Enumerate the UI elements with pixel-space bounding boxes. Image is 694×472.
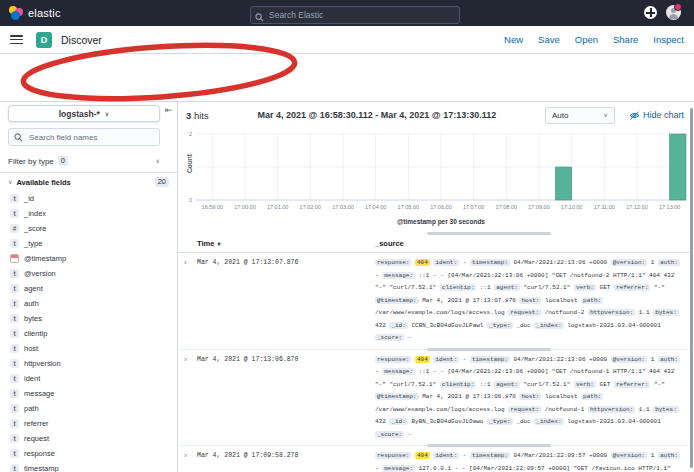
field-item-response[interactable]: tresponse: [0, 446, 177, 461]
source-field-badge: auth:: [658, 452, 680, 459]
field-name: message: [24, 389, 54, 398]
field-item-auth[interactable]: tauth: [0, 296, 177, 311]
doc-table-body: ›Mar 4, 2021 @ 17:13:07.876response: 404…: [178, 253, 689, 472]
field-item-message[interactable]: tmessage: [0, 386, 177, 401]
elastic-logo[interactable]: elastic: [9, 6, 61, 20]
source-value: 04/Mar/2021:22:09:57 +0000: [514, 452, 608, 459]
available-fields-header[interactable]: ∨ Available fields 20: [8, 177, 169, 187]
field-search-box: [8, 128, 160, 146]
source-field-badge: agent:: [494, 381, 520, 388]
source-value: Mar 4, 2021 @ 17:13:06.870: [422, 393, 516, 400]
field-name: _type: [24, 239, 42, 248]
doc-time-cell: Mar 4, 2021 @ 17:13:07.876: [197, 257, 375, 345]
field-name: timestamp: [24, 464, 59, 472]
field-item-agent[interactable]: tagent: [0, 281, 177, 296]
fields-sidebar: logstash-* ∨ ⇤ Filter by type 0 ∨ ∨ Avai…: [0, 102, 178, 472]
string-field-icon: t: [10, 404, 19, 413]
field-item-@timestamp[interactable]: @timestamp: [0, 251, 177, 266]
field-item-ident[interactable]: tident: [0, 371, 177, 386]
field-item-request[interactable]: trequest: [0, 431, 177, 446]
discover-main: 3 hits Mar 4, 2021 @ 16:58:30.112 - Mar …: [178, 102, 694, 472]
field-name: auth: [24, 299, 39, 308]
histogram-svg: 01216:59:0017:00:0017:01:0017:02:0017:03…: [186, 130, 688, 230]
table-header-row: Time ▾ _source: [178, 236, 689, 253]
action-inspect[interactable]: Inspect: [653, 34, 684, 45]
histogram-bar[interactable]: [555, 167, 571, 200]
field-item-referrer[interactable]: treferrer: [0, 416, 177, 431]
field-name: clientip: [24, 329, 47, 338]
collapse-sidebar-icon[interactable]: ⇤: [165, 106, 173, 115]
doc-source-cell: response: 404 ident: - timestamp: 04/Mar…: [375, 354, 689, 442]
string-field-icon: t: [10, 344, 19, 353]
field-name: @timestamp: [24, 254, 66, 263]
action-open[interactable]: Open: [575, 34, 598, 45]
field-item-_id[interactable]: t_id: [0, 191, 177, 206]
source-field-badge: @version:: [611, 452, 647, 459]
source-value: 1.1: [639, 406, 650, 413]
expand-row-icon[interactable]: ›: [184, 450, 197, 472]
field-name: path: [24, 404, 39, 413]
field-item-_score[interactable]: #_score: [0, 221, 177, 236]
notification-dot: [674, 3, 682, 11]
x-tick-label: 17:10:00: [561, 204, 582, 210]
source-field-badge: response:: [375, 356, 411, 363]
hide-chart-button[interactable]: Hide chart: [629, 110, 684, 120]
source-value: localhost: [545, 393, 577, 400]
index-pattern-selector[interactable]: logstash-* ∨: [8, 105, 160, 122]
action-new[interactable]: New: [504, 34, 523, 45]
vertical-scrollbar[interactable]: [690, 108, 693, 468]
source-value: CCBN_3cB04dGovJLPawl: [411, 322, 483, 329]
global-search-input[interactable]: [250, 6, 460, 24]
sidebar-divider: [0, 172, 177, 173]
hide-chart-label: Hide chart: [643, 110, 684, 120]
source-field-badge: timestamp:: [470, 259, 510, 266]
string-field-icon: t: [10, 449, 19, 458]
user-avatar[interactable]: [666, 5, 681, 20]
filter-by-type-button[interactable]: Filter by type 0 ∨: [8, 153, 160, 169]
documents-table: Time ▾ _source ›Mar 4, 2021 @ 17:13:07.8…: [178, 236, 689, 472]
source-field-badge: message:: [382, 272, 415, 279]
source-field-badge: auth:: [658, 259, 680, 266]
field-list: t_idt_index#_scoret_type@timestampt@vers…: [0, 191, 177, 472]
source-field-badge: _index:: [534, 418, 563, 425]
menu-icon[interactable]: [10, 35, 23, 44]
source-field-badge: ident:: [433, 259, 459, 266]
source-field-badge: _id:: [389, 322, 407, 329]
field-search-input[interactable]: [27, 132, 154, 143]
available-fields-label: Available fields: [16, 178, 70, 187]
field-item-clientip[interactable]: tclientip: [0, 326, 177, 341]
source-field-badge: path:: [581, 393, 603, 400]
histogram-bar[interactable]: [670, 134, 686, 200]
field-item-httpversion[interactable]: thttpversion: [0, 356, 177, 371]
field-item-bytes[interactable]: tbytes: [0, 311, 177, 326]
source-field-badge: verb:: [574, 284, 596, 291]
action-save[interactable]: Save: [538, 34, 560, 45]
field-name: _score: [24, 224, 47, 233]
field-item-_index[interactable]: t_index: [0, 206, 177, 221]
field-item-_type[interactable]: t_type: [0, 236, 177, 251]
source-value: ::1: [480, 284, 491, 291]
interval-select[interactable]: Auto ∨: [545, 107, 615, 124]
x-tick-label: 17:08:00: [496, 204, 517, 210]
field-item-@version[interactable]: t@version: [0, 266, 177, 281]
action-share[interactable]: Share: [613, 34, 638, 45]
field-item-path[interactable]: tpath: [0, 401, 177, 416]
field-name: bytes: [24, 314, 42, 323]
help-icon[interactable]: [644, 6, 657, 19]
space-badge[interactable]: D: [36, 32, 52, 48]
source-value: 432: [375, 418, 386, 425]
field-item-timestamp[interactable]: ttimestamp: [0, 461, 177, 472]
source-value: 04/Mar/2021:22:13:06 +0000: [514, 259, 608, 266]
field-name: _id: [24, 194, 34, 203]
time-column-header[interactable]: Time ▾: [197, 239, 375, 248]
source-field-badge: message:: [382, 465, 415, 472]
field-name: response: [24, 449, 55, 458]
expand-row-icon[interactable]: ›: [184, 257, 197, 345]
source-value: "-": [654, 381, 665, 388]
horizontal-scrollbar-thumb[interactable]: [427, 232, 551, 235]
field-item-host[interactable]: thost: [0, 341, 177, 356]
expand-row-icon[interactable]: ›: [184, 354, 197, 442]
source-field-badge: agent:: [494, 284, 520, 291]
source-value: 127.0.0.1 - - [04/Mar/2021:22:09:57 +000…: [375, 465, 671, 472]
x-tick-label: 17:07:00: [463, 204, 484, 210]
